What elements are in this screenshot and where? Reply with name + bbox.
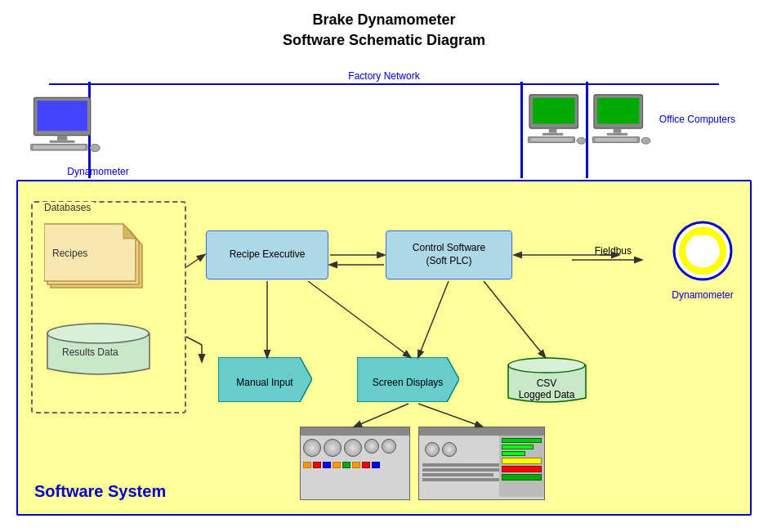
panel-bar-3 — [502, 451, 525, 456]
gauge-1 — [303, 439, 321, 457]
gauge-5 — [382, 439, 396, 454]
factory-network-label: Factory Network — [348, 70, 419, 82]
dyn-computer-icon — [25, 90, 106, 159]
svg-rect-15 — [597, 98, 640, 124]
svg-text:Logged Data: Logged Data — [519, 389, 575, 400]
gauge-sm-2 — [442, 442, 457, 457]
dynamometer-icon — [672, 221, 734, 282]
software-system-box: Software System Databases Recipes Result… — [16, 180, 752, 516]
slider-3 — [422, 473, 493, 476]
thumb-btn-2 — [313, 462, 321, 468]
fieldbus-label: Fieldbus — [595, 245, 632, 257]
title-area: Brake Dynamometer Software Schematic Dia… — [0, 0, 768, 54]
svg-rect-10 — [543, 133, 563, 136]
svg-text:Screen Displays: Screen Displays — [373, 377, 444, 388]
gauge-sm-1 — [425, 442, 440, 457]
thumb-btn-5 — [342, 462, 351, 468]
svg-rect-19 — [596, 138, 637, 141]
panel-btn-red — [502, 466, 542, 472]
svg-rect-9 — [549, 128, 557, 133]
thumb-btn-8 — [372, 462, 380, 468]
svg-point-13 — [577, 137, 586, 144]
manual-input-svg: Manual Input — [218, 357, 312, 402]
screen-thumb2-inner — [419, 427, 544, 499]
screen-displays-svg: Screen Displays — [357, 357, 459, 402]
svg-line-45 — [418, 281, 449, 357]
screen-thumbnail-2 — [418, 427, 545, 500]
thumb-btn-6 — [352, 462, 360, 468]
dyn-control-computer: Dynamometer Control Computer — [25, 90, 172, 191]
svg-rect-5 — [33, 145, 85, 150]
factory-network: Factory Network — [49, 72, 719, 88]
csv-logged-shape: CSV Logged Data — [500, 357, 594, 402]
svg-text:CSV: CSV — [537, 378, 557, 389]
svg-rect-17 — [607, 133, 627, 136]
panel-bar-2 — [502, 445, 534, 449]
results-data-icon: Results Data — [39, 321, 158, 382]
panel-indicator — [502, 458, 542, 464]
svg-rect-8 — [533, 98, 575, 124]
svg-point-6 — [90, 144, 100, 151]
screen-thumb2-right — [499, 436, 544, 497]
svg-point-20 — [641, 137, 650, 144]
software-system-label: Software System — [34, 482, 166, 501]
thumb-btn-4 — [333, 462, 341, 468]
screen-displays-shape: Screen Displays — [357, 357, 459, 402]
svg-line-38 — [186, 255, 204, 267]
thumb-btn-3 — [323, 462, 331, 468]
svg-text:Results Data: Results Data — [62, 346, 118, 358]
screen-thumb1-inner — [301, 427, 409, 499]
screen-thumb1-buttons — [301, 460, 409, 470]
svg-point-26 — [47, 324, 149, 343]
thumb-btn-7 — [362, 462, 370, 468]
office-computer-icon-2 — [587, 90, 652, 149]
svg-rect-1 — [37, 101, 87, 131]
svg-rect-16 — [614, 128, 622, 133]
factory-network-line — [49, 83, 719, 85]
svg-rect-12 — [531, 138, 573, 141]
screen-thumb2-content — [419, 436, 544, 499]
svg-line-46 — [484, 281, 545, 357]
gauge-2 — [324, 439, 342, 457]
office-computers-label: Office Computers — [659, 114, 735, 125]
office-computer-icon-1 — [523, 90, 587, 149]
databases-box: Databases Recipes Results Data — [31, 201, 186, 414]
gauge-3 — [344, 439, 362, 457]
slider-2 — [422, 468, 506, 472]
panel-btn-green — [502, 474, 542, 481]
office-computers-group: Office Computers — [523, 90, 735, 149]
dynamometer-circle — [672, 221, 734, 282]
databases-label: Databases — [41, 202, 94, 213]
svg-line-39 — [186, 337, 202, 345]
svg-rect-3 — [50, 141, 75, 143]
recipe-executive-box: Recipe Executive — [206, 230, 328, 279]
recipes-icon: Recipes — [44, 222, 150, 292]
svg-rect-2 — [57, 136, 67, 141]
diagram-title: Brake Dynamometer Software Schematic Dia… — [0, 10, 768, 51]
manual-input-shape: Manual Input — [218, 357, 312, 402]
screen-thumb1-gauges — [301, 436, 409, 460]
panel-bar-1 — [502, 438, 542, 443]
svg-text:Recipes: Recipes — [52, 248, 87, 259]
svg-marker-24 — [123, 224, 136, 239]
svg-line-44 — [308, 281, 410, 357]
dynamometer-label: Dynamometer — [670, 289, 735, 301]
gauge-4 — [364, 439, 379, 454]
control-software-box: Control Software(Soft PLC) — [386, 230, 512, 279]
svg-line-49 — [355, 404, 409, 427]
svg-text:Manual Input: Manual Input — [236, 377, 293, 388]
screen-thumb2-header — [419, 427, 544, 436]
csv-logged-svg: CSV Logged Data — [500, 357, 594, 406]
screen-thumbnail-1 — [300, 427, 410, 500]
thumb-btn-1 — [303, 462, 311, 468]
screen-thumb1-header — [301, 427, 409, 436]
svg-line-50 — [418, 404, 482, 427]
svg-point-32 — [508, 358, 585, 373]
slider-4 — [422, 478, 511, 481]
